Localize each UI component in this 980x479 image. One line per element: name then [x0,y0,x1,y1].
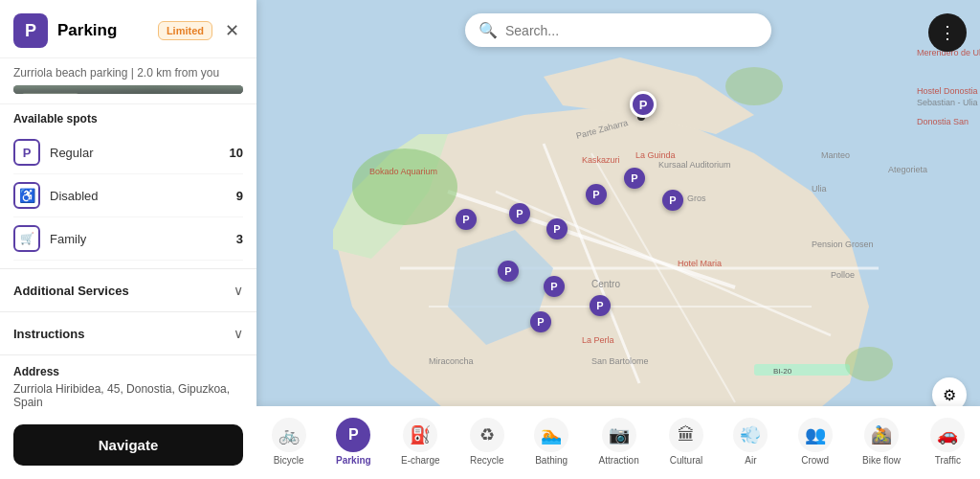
search-input[interactable] [505,23,758,38]
category-bikeflow[interactable]: 🚵 Bike flow [855,414,908,469]
spot-count-family: 3 [236,232,243,246]
svg-text:Donostia San: Donostia San [917,117,969,126]
category-air[interactable]: 💨 Air [725,414,775,469]
parking-subtitle: Zurriola beach parking | 2.0 km from you [0,58,256,85]
map-marker-4[interactable]: P [586,184,607,205]
panel-header: P Parking Limited ✕ [0,0,256,58]
cultural-icon: 🏛 [669,418,703,452]
svg-point-17 [352,148,457,225]
recycle-icon: ♻ [470,418,504,452]
instructions-label: Instructions [13,327,84,341]
search-icon: 🔍 [479,21,498,39]
air-icon: 💨 [733,418,768,452]
spot-name-disabled: Disabled [50,189,236,203]
svg-text:Sebastian - Ulia Mendi: Sebastian - Ulia Mendi [917,98,980,107]
address-section: Address Zurriola Hiribidea, 45, Donostia… [0,354,256,415]
svg-text:Bokado Aquarium: Bokado Aquarium [369,167,437,176]
parking-icon-cat: P [336,418,370,452]
map-marker-9[interactable]: P [590,295,611,316]
parking-image: CAR PARK🅿 ⭐⭐⭐ [13,85,243,94]
menu-button[interactable]: ⋮ [928,13,967,52]
svg-text:Ategorieta: Ategorieta [888,165,927,174]
echarge-icon: ⛽ [403,418,437,452]
svg-text:San Bartolome: San Bartolome [591,356,649,366]
bikeflow-icon: 🚵 [864,418,899,452]
spot-name-regular: Regular [50,146,230,160]
svg-text:Miraconcha: Miraconcha [429,356,474,366]
category-recycle-label: Recycle [470,455,504,466]
category-parking-label: Parking [336,455,371,466]
map-marker-3[interactable]: P [546,218,568,240]
bicycle-icon: 🚲 [272,418,306,452]
left-panel: P Parking Limited ✕ Zurriola beach parki… [0,0,256,479]
category-bicycle[interactable]: 🚲 Bicycle [264,414,314,469]
spot-row-family: 🛒 Family 3 [13,217,243,261]
spots-section-label: Available spots [13,112,243,125]
svg-text:Ulia: Ulia [812,184,827,194]
additional-services-label: Additional Services [13,284,129,298]
address-label: Address [13,365,243,378]
category-bathing-label: Bathing [535,455,568,466]
category-echarge-label: E-charge [401,455,440,466]
category-attraction[interactable]: 📷 Attraction [590,414,646,469]
svg-text:Kaskazuri: Kaskazuri [582,155,620,165]
parking-icon: P [13,13,48,48]
map-marker-2[interactable]: P [509,203,530,224]
map-marker-6[interactable]: P [662,190,683,211]
attraction-icon: 📷 [602,418,636,452]
svg-text:Gros: Gros [687,194,706,203]
svg-text:BI-20: BI-20 [773,367,792,376]
map-marker-8[interactable]: P [544,276,565,297]
svg-point-18 [725,67,783,105]
svg-rect-40 [754,364,850,376]
map-marker-selected[interactable]: P [630,91,657,118]
map-marker-5[interactable]: P [624,168,645,189]
disabled-icon: ♿ [13,182,40,209]
svg-text:Hotel Maria: Hotel Maria [678,259,722,268]
svg-point-19 [845,347,893,381]
bathing-icon: 🏊 [534,418,568,452]
traffic-icon: 🚗 [930,418,965,452]
panel-title: Parking [57,21,158,40]
svg-text:La Guinda: La Guinda [635,150,676,160]
category-parking[interactable]: P Parking [328,414,379,469]
category-bathing[interactable]: 🏊 Bathing [526,414,576,469]
map-marker-10[interactable]: P [530,311,551,332]
close-button[interactable]: ✕ [220,19,243,42]
instructions-section[interactable]: Instructions ∨ [0,311,256,354]
category-bicycle-label: Bicycle [274,455,304,466]
spot-name-family: Family [50,232,236,246]
category-air-label: Air [745,455,756,466]
category-bikeflow-label: Bike flow [862,455,901,466]
category-cultural-label: Cultural [670,455,702,466]
category-traffic[interactable]: 🚗 Traffic [923,414,972,469]
category-recycle[interactable]: ♻ Recycle [462,414,512,469]
map-area: Parte Zaharra Kursaal Auditorium Gros Ce… [256,0,980,479]
availability-badge: Limited [158,21,212,40]
svg-text:Centro: Centro [591,279,620,289]
category-echarge[interactable]: ⛽ E-charge [393,414,448,469]
regular-icon: P [13,139,40,166]
category-cultural[interactable]: 🏛 Cultural [661,414,711,469]
available-spots-section: Available spots P Regular 10 ♿ Disabled … [0,103,256,268]
svg-text:La Perla: La Perla [582,335,614,345]
svg-text:Manteo: Manteo [821,150,850,160]
map-marker-7[interactable]: P [498,261,519,282]
map-marker-1[interactable]: P [456,209,477,230]
address-text: Zurriola Hiribidea, 45, Donostia, Gipuzk… [13,382,243,409]
spot-row-disabled: ♿ Disabled 9 [13,174,243,217]
svg-text:Kursaal Auditorium: Kursaal Auditorium [658,160,731,170]
svg-text:Hostel Donostia San: Hostel Donostia San [917,86,980,96]
category-crowd[interactable]: 👥 Crowd [791,414,840,469]
category-crowd-label: Crowd [801,455,829,466]
chevron-down-icon: ∨ [234,326,243,341]
navigate-button[interactable]: Navigate [13,424,243,466]
svg-rect-0 [13,85,243,94]
family-icon: 🛒 [13,225,40,252]
crowd-icon: 👥 [798,418,833,452]
category-attraction-label: Attraction [598,455,638,466]
spot-row-regular: P Regular 10 [13,131,243,174]
chevron-down-icon: ∨ [234,283,243,298]
spot-count-disabled: 9 [236,189,243,203]
additional-services-section[interactable]: Additional Services ∨ [0,268,256,311]
